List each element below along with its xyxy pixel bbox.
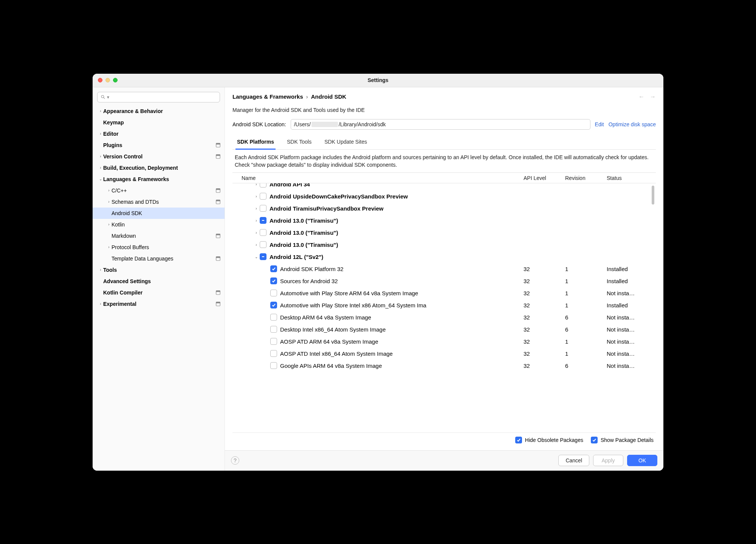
apply-button[interactable]: Apply [593,455,623,466]
help-icon[interactable]: ? [231,456,239,465]
table-row[interactable]: Desktop Intel x86_64 Atom System Image32… [232,323,656,335]
row-rev: 6 [565,326,607,333]
project-level-icon [215,199,221,205]
chevron-right-icon: › [98,302,103,306]
svg-rect-11 [216,234,220,235]
sidebar-item[interactable]: Kotlin Compiler [93,287,225,298]
sidebar-item[interactable]: ›Editor [93,128,225,139]
redacted-username [311,122,338,127]
sidebar-item[interactable]: ⌄Languages & Frameworks [93,174,225,185]
checkbox-empty-icon[interactable] [270,362,277,369]
table-row[interactable]: Automotive with Play Store Intel x86 Ato… [232,299,656,311]
checkbox-empty-icon[interactable] [270,326,277,333]
checkbox-empty-icon[interactable] [270,290,277,296]
sidebar-item[interactable]: ›Kotlin [93,219,225,230]
tab-sdk-update-sites[interactable]: SDK Update Sites [323,136,369,149]
chevron-right-icon: › [98,166,103,170]
sidebar-item[interactable]: ›Protocol Buffers [93,242,225,253]
table-row[interactable]: ›Android API 34 [232,183,656,190]
hide-obsolete-checkbox[interactable]: Hide Obsolete Packages [515,437,583,443]
show-package-details-checkbox[interactable]: Show Package Details [591,437,654,443]
row-rev: 1 [565,302,607,308]
row-api: 32 [524,338,565,345]
table-row[interactable]: AOSP ATD Intel x86_64 Atom System Image3… [232,347,656,360]
checkbox-empty-icon[interactable] [260,205,266,212]
checkbox-checked-icon[interactable] [270,302,277,308]
chevron-right-icon: › [106,222,112,226]
table-row[interactable]: Google APIs ARM 64 v8a System Image326No… [232,360,656,372]
sidebar-item[interactable]: Advanced Settings [93,276,225,287]
checkbox-empty-icon[interactable] [260,241,266,248]
checkbox-empty-icon[interactable] [260,193,266,200]
chevron-right-icon: › [253,243,260,247]
table-row[interactable]: ⌄Android 12L ("Sv2") [232,251,656,263]
checkbox-empty-icon[interactable] [260,229,266,236]
checkbox-checked-icon[interactable] [270,277,277,284]
checkbox-indeterminate-icon[interactable] [260,217,266,224]
ok-button[interactable]: OK [627,455,657,466]
chevron-down-icon: ⌄ [98,177,103,181]
sidebar-item[interactable]: ›Tools [93,264,225,276]
chevron-right-icon: › [106,188,112,192]
sidebar-item-label: Experimental [103,301,136,307]
checkbox-empty-icon[interactable] [270,314,277,321]
checkbox-empty-icon[interactable] [270,338,277,345]
sidebar-item[interactable]: ›Schemas and DTDs [93,196,225,208]
table-row[interactable]: Desktop ARM 64 v8a System Image326Not in… [232,311,656,323]
table-row[interactable]: ›Android 13.0 ("Tiramisu") [232,239,656,251]
sidebar-item[interactable]: Markdown [93,230,225,242]
sidebar-item-label: Protocol Buffers [112,244,149,250]
table-row[interactable]: ›Android UpsideDownCakePrivacySandbox Pr… [232,190,656,202]
row-name: Android SDK Platform 32 [280,266,524,272]
row-api: 32 [524,314,565,321]
checkbox-empty-icon[interactable] [270,350,277,357]
sidebar-item[interactable]: ›Build, Execution, Deployment [93,162,225,174]
row-rev: 1 [565,290,607,296]
sidebar-item-label: C/C++ [112,188,127,194]
checkbox-checked-icon[interactable] [270,265,277,272]
sidebar-item[interactable]: Android SDK [93,208,225,219]
checkbox-empty-icon[interactable] [260,183,266,188]
table-row[interactable]: ›Android TiramisuPrivacySandbox Preview [232,202,656,214]
sidebar-item-label: Version Control [103,153,143,160]
tab-sdk-tools[interactable]: SDK Tools [285,136,313,149]
back-icon[interactable]: ← [638,93,644,100]
sidebar-item[interactable]: ›Experimental [93,298,225,310]
row-name: Automotive with Play Store Intel x86 Ato… [280,302,524,308]
search-icon [101,95,105,99]
sidebar-item[interactable]: ›Appearance & Behavior [93,105,225,117]
table-row[interactable]: Android SDK Platform 32321Installed [232,263,656,275]
table-row[interactable]: AOSP ATD ARM 64 v8a System Image321Not i… [232,335,656,347]
chevron-right-icon: › [253,194,260,198]
table-row[interactable]: Sources for Android 32321Installed [232,275,656,287]
row-api: 32 [524,302,565,308]
row-name: Android 13.0 ("Tiramisu") [270,242,524,248]
optimize-link[interactable]: Optimize disk space [609,121,656,127]
row-api: 32 [524,290,565,296]
table-row[interactable]: Automotive with Play Store ARM 64 v8a Sy… [232,287,656,299]
table-row[interactable]: ›Android 13.0 ("Tiramisu") [232,214,656,226]
scrollbar[interactable] [652,186,654,205]
project-level-icon [215,143,221,148]
titlebar: Settings [93,74,663,87]
row-rev: 1 [565,350,607,357]
sidebar-item[interactable]: ›C/C++ [93,185,225,196]
search-input[interactable]: ▾ [97,92,220,102]
sdk-table: ›Android API 34›Android UpsideDownCakePr… [232,183,656,432]
edit-link[interactable]: Edit [595,121,604,127]
row-status: Not insta… [607,350,656,357]
row-name: Automotive with Play Store ARM 64 v8a Sy… [280,290,524,296]
checkbox-indeterminate-icon[interactable] [260,253,266,260]
forward-icon[interactable]: → [650,93,656,100]
sidebar-item[interactable]: Plugins [93,139,225,151]
sidebar-item[interactable]: ›Version Control [93,151,225,162]
cancel-button[interactable]: Cancel [558,455,589,466]
sidebar-item[interactable]: Template Data Languages [93,253,225,264]
table-row[interactable]: ›Android 13.0 ("Tiramisu") [232,226,656,239]
sdk-location-field[interactable]: /Users/ /Library/Android/sdk [291,119,590,130]
sidebar-item[interactable]: Keymap [93,117,225,128]
tab-sdk-platforms[interactable]: SDK Platforms [235,136,276,150]
row-rev: 6 [565,363,607,369]
chevron-right-icon: › [106,200,112,204]
sidebar-item-label: Advanced Settings [103,278,151,284]
